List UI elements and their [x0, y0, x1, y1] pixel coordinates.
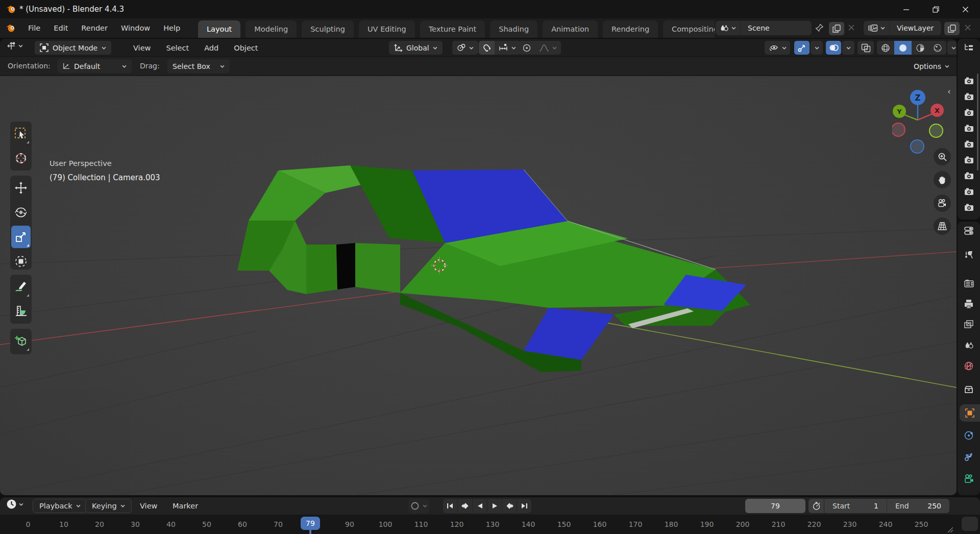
current-frame-field[interactable]: 79 — [745, 499, 805, 513]
tab-layout[interactable]: Layout — [198, 20, 240, 38]
menu-select[interactable]: Select — [158, 39, 197, 57]
menu-help[interactable]: Help — [157, 18, 187, 38]
blender-menu-button[interactable] — [5, 23, 16, 33]
gizmo-neg-z-axis[interactable] — [911, 140, 924, 153]
transform-tool[interactable] — [11, 250, 31, 273]
menu-edit[interactable]: Edit — [47, 18, 75, 38]
shading-material-button[interactable] — [912, 41, 929, 55]
tab-uv-editing[interactable]: UV Editing — [359, 20, 415, 38]
mode-dropdown[interactable]: Object Mode — [35, 41, 111, 55]
timeline-scrollbar[interactable] — [962, 517, 978, 531]
visibility-dropdown[interactable] — [765, 41, 790, 55]
editor-type-button[interactable] — [6, 41, 23, 51]
restore-button[interactable] — [921, 0, 950, 18]
tab-animation[interactable]: Animation — [543, 20, 598, 38]
properties-editor-type-button[interactable] — [958, 222, 980, 240]
use-preview-range-toggle[interactable] — [808, 499, 824, 513]
properties-tab-collection[interactable] — [958, 381, 980, 398]
properties-tab-object[interactable] — [960, 404, 980, 422]
menu-add[interactable]: Add — [197, 39, 226, 57]
prev-keyframe-button[interactable] — [458, 499, 472, 513]
gizmo-neg-x-axis[interactable] — [892, 123, 905, 136]
outliner-camera-row[interactable] — [958, 183, 980, 199]
xray-toggle[interactable] — [857, 41, 874, 55]
menu-render[interactable]: Render — [75, 18, 114, 38]
outliner-camera-row[interactable] — [958, 199, 980, 215]
play-reverse-button[interactable] — [473, 499, 487, 513]
shading-solid-button[interactable] — [894, 41, 912, 55]
end-frame-field[interactable]: End 250 — [887, 502, 949, 510]
auto-keying-toggle[interactable] — [410, 501, 420, 511]
menu-object[interactable]: Object — [226, 39, 265, 57]
menu-marker[interactable]: Marker — [166, 499, 204, 513]
start-frame-field[interactable]: Start 1 — [824, 502, 887, 510]
minimize-button[interactable] — [891, 0, 921, 18]
show-overlays-toggle[interactable] — [826, 41, 841, 55]
measure-tool[interactable] — [11, 300, 31, 323]
perspective-toggle-button[interactable] — [934, 217, 951, 235]
rotate-tool[interactable] — [11, 201, 31, 224]
menu-view[interactable]: View — [134, 499, 163, 513]
select-box-tool[interactable] — [11, 123, 31, 145]
falloff-dropdown[interactable] — [535, 41, 561, 55]
menu-window[interactable]: Window — [114, 18, 157, 38]
orientation-dropdown[interactable]: Default — [57, 59, 132, 73]
tab-rendering[interactable]: Rendering — [603, 20, 658, 38]
navigation-gizmo[interactable]: Z X Y — [892, 82, 945, 154]
menu-keying[interactable]: Keying — [85, 499, 132, 513]
scene-browse-button[interactable] — [716, 24, 740, 32]
tab-sculpting[interactable]: Sculpting — [302, 20, 354, 38]
playhead[interactable]: 79 — [301, 517, 320, 530]
cursor-tool[interactable] — [11, 147, 31, 169]
options-dropdown[interactable]: Options — [914, 59, 949, 73]
tab-shading[interactable]: Shading — [490, 20, 537, 38]
properties-tab-render[interactable] — [958, 275, 980, 292]
snap-settings-dropdown[interactable] — [495, 41, 520, 55]
properties-tab-scene[interactable] — [958, 337, 980, 354]
next-keyframe-button[interactable] — [502, 499, 517, 513]
drag-dropdown[interactable]: Select Box — [167, 59, 230, 73]
properties-tab-world[interactable] — [958, 357, 980, 375]
viewlayer-name-field[interactable]: ViewLayer — [890, 24, 941, 32]
properties-tab-physics[interactable] — [958, 427, 980, 444]
play-button[interactable] — [487, 499, 502, 513]
outliner-scrollbar[interactable] — [977, 74, 978, 171]
gizmo-neg-y-axis[interactable] — [929, 124, 943, 137]
outliner-editor-type-button[interactable] — [958, 39, 980, 56]
menu-playback[interactable]: Playback — [33, 499, 87, 513]
pin-scene-button[interactable] — [815, 23, 825, 33]
show-gizmos-toggle[interactable] — [794, 41, 810, 55]
tab-compositing[interactable]: Compositing — [663, 20, 715, 38]
viewport-canvas[interactable]: User Perspective (79) Collection | Camer… — [0, 76, 957, 495]
proportional-edit-toggle[interactable] — [519, 41, 535, 55]
tab-modeling[interactable]: Modeling — [246, 20, 297, 38]
scene-name-field[interactable]: Scene — [741, 24, 777, 32]
delete-viewlayer-button[interactable] — [964, 23, 972, 32]
jump-to-end-button[interactable] — [517, 499, 531, 513]
pan-button[interactable] — [934, 171, 951, 188]
move-tool[interactable] — [11, 177, 31, 199]
pivot-point-dropdown[interactable] — [452, 41, 478, 55]
chevron-down-icon[interactable] — [423, 504, 427, 507]
properties-tab-constraints[interactable] — [958, 448, 980, 466]
resize-corner-icon[interactable] — [947, 527, 953, 533]
zoom-button[interactable] — [934, 148, 951, 165]
properties-tab-view-layer[interactable] — [958, 315, 980, 333]
jump-to-start-button[interactable] — [443, 499, 457, 513]
timeline-editor-type-button[interactable] — [6, 499, 23, 509]
close-button[interactable] — [950, 0, 980, 18]
camera-view-button[interactable] — [934, 195, 951, 212]
car-model[interactable] — [237, 165, 750, 372]
gizmos-dropdown[interactable] — [811, 41, 823, 55]
annotate-tool[interactable] — [11, 276, 31, 298]
new-viewlayer-button[interactable] — [944, 22, 960, 35]
overlays-dropdown[interactable] — [842, 41, 854, 55]
delete-scene-button[interactable] — [847, 23, 855, 32]
tab-texture-paint[interactable]: Texture Paint — [420, 20, 485, 38]
transform-orientation-dropdown[interactable]: Global — [389, 41, 443, 55]
menu-view[interactable]: View — [126, 39, 158, 57]
timeline-ruler[interactable]: 0 10 20 30 40 50 60 70 90 100 110 120 13… — [0, 515, 980, 534]
properties-tab-object-data[interactable] — [958, 470, 980, 487]
outliner-expand-arrow[interactable]: ‹ — [947, 86, 951, 96]
viewlayer-browse-button[interactable] — [864, 24, 889, 32]
